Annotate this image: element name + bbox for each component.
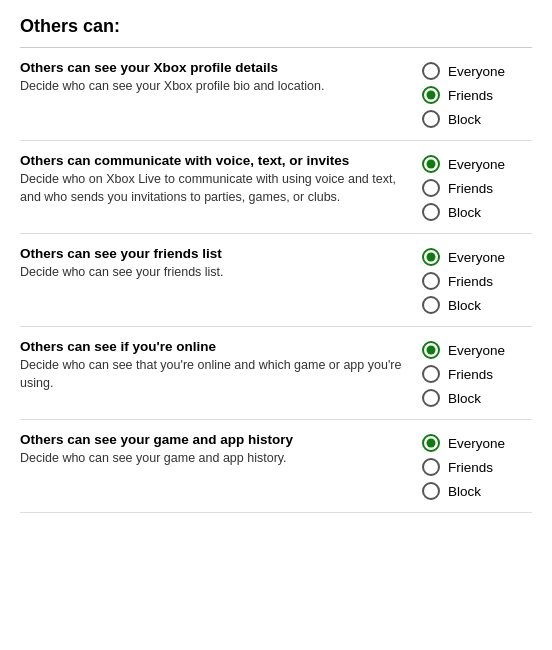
setting-title-game-history: Others can see your game and app history <box>20 432 402 447</box>
radio-label-online-status-friends: Friends <box>448 367 493 382</box>
radio-option-communicate-friends[interactable]: Friends <box>422 179 532 197</box>
radio-input-xbox-profile-friends[interactable] <box>422 86 440 104</box>
radio-input-communicate-block[interactable] <box>422 203 440 221</box>
setting-row-friends-list: Others can see your friends listDecide w… <box>20 234 532 327</box>
radio-input-communicate-everyone[interactable] <box>422 155 440 173</box>
setting-description-game-history: Others can see your game and app history… <box>20 432 422 468</box>
radio-group-online-status: EveryoneFriendsBlock <box>422 339 532 407</box>
setting-row-online-status: Others can see if you're onlineDecide wh… <box>20 327 532 420</box>
page-title: Others can: <box>20 16 532 37</box>
setting-title-online-status: Others can see if you're online <box>20 339 402 354</box>
radio-label-communicate-everyone: Everyone <box>448 157 505 172</box>
radio-group-friends-list: EveryoneFriendsBlock <box>422 246 532 314</box>
radio-label-online-status-block: Block <box>448 391 481 406</box>
setting-title-xbox-profile: Others can see your Xbox profile details <box>20 60 402 75</box>
radio-option-communicate-block[interactable]: Block <box>422 203 532 221</box>
radio-label-xbox-profile-everyone: Everyone <box>448 64 505 79</box>
setting-subtitle-communicate: Decide who on Xbox Live to communicate w… <box>20 171 402 206</box>
radio-group-communicate: EveryoneFriendsBlock <box>422 153 532 221</box>
setting-description-communicate: Others can communicate with voice, text,… <box>20 153 422 206</box>
radio-option-friends-list-block[interactable]: Block <box>422 296 532 314</box>
radio-label-communicate-block: Block <box>448 205 481 220</box>
setting-row-communicate: Others can communicate with voice, text,… <box>20 141 532 234</box>
setting-subtitle-friends-list: Decide who can see your friends list. <box>20 264 402 282</box>
main-container: Others can: Others can see your Xbox pro… <box>0 0 552 529</box>
setting-description-friends-list: Others can see your friends listDecide w… <box>20 246 422 282</box>
radio-option-friends-list-friends[interactable]: Friends <box>422 272 532 290</box>
radio-option-friends-list-everyone[interactable]: Everyone <box>422 248 532 266</box>
radio-label-communicate-friends: Friends <box>448 181 493 196</box>
radio-label-game-history-block: Block <box>448 484 481 499</box>
radio-input-game-history-block[interactable] <box>422 482 440 500</box>
radio-input-online-status-everyone[interactable] <box>422 341 440 359</box>
radio-input-xbox-profile-block[interactable] <box>422 110 440 128</box>
radio-option-online-status-friends[interactable]: Friends <box>422 365 532 383</box>
setting-subtitle-game-history: Decide who can see your game and app his… <box>20 450 402 468</box>
radio-group-game-history: EveryoneFriendsBlock <box>422 432 532 500</box>
radio-option-communicate-everyone[interactable]: Everyone <box>422 155 532 173</box>
radio-label-online-status-everyone: Everyone <box>448 343 505 358</box>
radio-option-game-history-friends[interactable]: Friends <box>422 458 532 476</box>
radio-option-online-status-block[interactable]: Block <box>422 389 532 407</box>
radio-input-communicate-friends[interactable] <box>422 179 440 197</box>
radio-label-xbox-profile-block: Block <box>448 112 481 127</box>
radio-option-xbox-profile-friends[interactable]: Friends <box>422 86 532 104</box>
radio-option-xbox-profile-everyone[interactable]: Everyone <box>422 62 532 80</box>
radio-label-game-history-everyone: Everyone <box>448 436 505 451</box>
setting-description-xbox-profile: Others can see your Xbox profile details… <box>20 60 422 96</box>
radio-label-friends-list-everyone: Everyone <box>448 250 505 265</box>
setting-title-friends-list: Others can see your friends list <box>20 246 402 261</box>
radio-label-game-history-friends: Friends <box>448 460 493 475</box>
radio-label-xbox-profile-friends: Friends <box>448 88 493 103</box>
radio-input-online-status-block[interactable] <box>422 389 440 407</box>
setting-row-xbox-profile: Others can see your Xbox profile details… <box>20 48 532 141</box>
radio-input-xbox-profile-everyone[interactable] <box>422 62 440 80</box>
radio-option-game-history-everyone[interactable]: Everyone <box>422 434 532 452</box>
setting-subtitle-online-status: Decide who can see that you're online an… <box>20 357 402 392</box>
radio-option-xbox-profile-block[interactable]: Block <box>422 110 532 128</box>
radio-option-online-status-everyone[interactable]: Everyone <box>422 341 532 359</box>
radio-label-friends-list-friends: Friends <box>448 274 493 289</box>
radio-input-friends-list-everyone[interactable] <box>422 248 440 266</box>
setting-subtitle-xbox-profile: Decide who can see your Xbox profile bio… <box>20 78 402 96</box>
radio-group-xbox-profile: EveryoneFriendsBlock <box>422 60 532 128</box>
radio-input-friends-list-block[interactable] <box>422 296 440 314</box>
setting-description-online-status: Others can see if you're onlineDecide wh… <box>20 339 422 392</box>
radio-input-online-status-friends[interactable] <box>422 365 440 383</box>
radio-input-game-history-friends[interactable] <box>422 458 440 476</box>
settings-list: Others can see your Xbox profile details… <box>20 48 532 513</box>
setting-row-game-history: Others can see your game and app history… <box>20 420 532 513</box>
radio-input-friends-list-friends[interactable] <box>422 272 440 290</box>
radio-label-friends-list-block: Block <box>448 298 481 313</box>
setting-title-communicate: Others can communicate with voice, text,… <box>20 153 402 168</box>
radio-option-game-history-block[interactable]: Block <box>422 482 532 500</box>
radio-input-game-history-everyone[interactable] <box>422 434 440 452</box>
